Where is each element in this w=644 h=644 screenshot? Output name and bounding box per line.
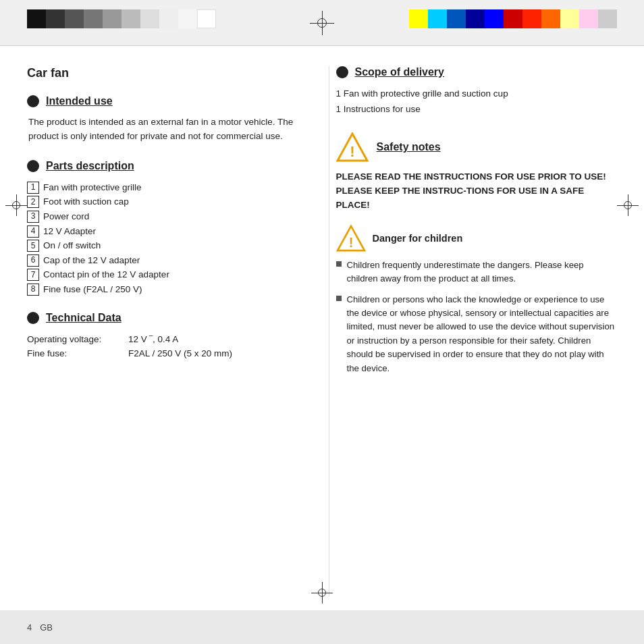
footer-page-num: 4: [27, 622, 32, 633]
list-item: 8 Fine fuse (F2AL / 250 V): [27, 282, 308, 297]
top-bar: [0, 0, 644, 46]
list-item: Children or persons who lack the knowled…: [336, 293, 618, 376]
table-row: Operating voltage: 12 V ‾, 0.4 A: [27, 332, 308, 347]
scope-list: 1 Fan with protective grille and suction…: [336, 86, 618, 117]
list-item: 3 Power cord: [27, 209, 308, 224]
technical-data-title: Technical Data: [46, 312, 122, 324]
safety-notes-heading: ! Safety notes: [336, 132, 618, 162]
swatches-right: [409, 9, 617, 28]
tech-table: Operating voltage: 12 V ‾, 0.4 A Fine fu…: [27, 332, 308, 361]
center-crosshair: [310, 11, 334, 35]
scope-of-delivery-heading: Scope of delivery: [336, 66, 618, 78]
right-column: Scope of delivery 1 Fan with protective …: [329, 66, 618, 597]
bullet-circle-4: [336, 66, 348, 78]
list-item: 1 Instructions for use: [336, 102, 618, 117]
svg-text:!: !: [348, 234, 353, 249]
bottom-crosshair: [311, 582, 333, 603]
list-item: 1 Fan with protective grille and suction…: [336, 86, 618, 102]
list-item: 1 Fan with protective grille: [27, 180, 308, 195]
list-item: 6 Cap of the 12 V adapter: [27, 253, 308, 268]
list-item: 4 12 V Adapter: [27, 224, 308, 239]
svg-text:!: !: [350, 143, 354, 160]
children-list: Children frequently underestimate the da…: [336, 259, 618, 376]
please-read-text: PLEASE READ THE INSTRUCTIONS FOR USE PRI…: [336, 170, 618, 213]
list-bullet: [336, 261, 342, 267]
bullet-circle-3: [27, 312, 39, 324]
danger-heading: ! Danger for children: [336, 225, 618, 252]
list-bullet: [336, 296, 342, 301]
list-item: 2 Foot with suction cap: [27, 194, 308, 209]
parts-list: 1 Fan with protective grille 2 Foot with…: [27, 180, 308, 297]
bullet-circle-2: [27, 160, 39, 172]
list-item: 7 Contact pin of the 12 V adapter: [27, 267, 308, 282]
safety-notes-title: Safety notes: [377, 141, 441, 153]
list-item: 5 On / off switch: [27, 238, 308, 253]
warning-triangle-icon: !: [336, 132, 369, 162]
intended-use-heading: Intended use: [27, 95, 308, 107]
left-column: Car fan Intended use The product is inte…: [27, 66, 315, 597]
footer: 4 GB: [0, 610, 644, 644]
danger-triangle-icon: !: [336, 225, 366, 252]
danger-heading-text: Danger for children: [373, 233, 463, 244]
table-row: Fine fuse: F2AL / 250 V (5 x 20 mm): [27, 346, 308, 361]
scope-of-delivery-title: Scope of delivery: [355, 66, 445, 78]
footer-lang: GB: [40, 622, 53, 633]
list-item: Children frequently underestimate the da…: [336, 259, 618, 286]
bullet-circle: [27, 95, 39, 107]
danger-for-children-section: ! Danger for children Children frequentl…: [336, 225, 618, 376]
technical-data-heading: Technical Data: [27, 312, 308, 324]
parts-description-title: Parts description: [46, 160, 134, 172]
swatches-left: [27, 9, 216, 28]
page-title: Car fan: [27, 66, 308, 80]
intended-use-body: The product is intended as an external f…: [28, 115, 308, 144]
parts-description-heading: Parts description: [27, 160, 308, 172]
intended-use-title: Intended use: [46, 95, 113, 107]
